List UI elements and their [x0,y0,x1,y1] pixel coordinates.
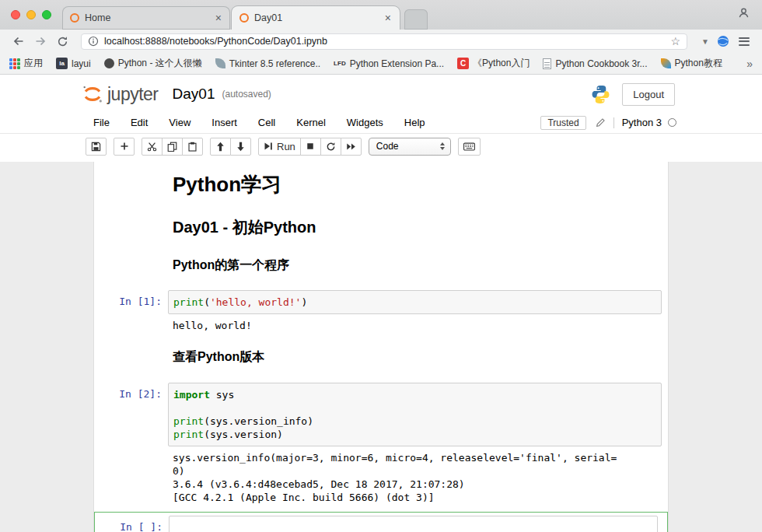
bookmark-star-icon[interactable]: ☆ [671,36,681,47]
apps-grid-icon [9,58,20,69]
copy-cell-button[interactable] [162,138,183,156]
browser-tab-home[interactable]: Home × [62,6,230,30]
heading-first-program: Python的第一个程序 [173,258,662,272]
run-button-label: Run [277,141,295,152]
markdown-cell-title[interactable]: Python学习 [94,168,668,202]
paste-cell-button[interactable] [182,138,203,156]
divider [613,117,614,128]
restart-run-all-button[interactable] [341,138,362,156]
jupyter-favicon-icon [70,13,79,23]
tab-strip: Home × Day01 × [62,0,428,30]
save-button[interactable] [86,138,107,156]
feather-favicon-icon [661,58,671,68]
menu-help[interactable]: Help [404,117,425,128]
zoom-window-button[interactable] [42,10,51,19]
markdown-cell-first-program[interactable]: Python的第一个程序 [94,253,668,278]
bookmark-python-blog[interactable]: Python - 这个人很懒 [104,57,202,70]
close-window-button[interactable] [11,10,20,19]
notebook-scroll-area[interactable]: Python学习 Day01 - 初始Python Python的第一个程序 I… [0,162,762,532]
tab-label: Home [85,12,213,23]
close-tab-icon[interactable]: × [213,12,224,24]
output-text: hello, world! [173,319,662,332]
tkinter-favicon-icon [215,58,225,68]
interrupt-kernel-button[interactable] [300,138,321,156]
url-input[interactable] [104,36,671,47]
window-controls [11,10,51,19]
move-cell-down-button[interactable] [230,138,251,156]
move-cell-up-button[interactable] [210,138,231,156]
markdown-cell-day01[interactable]: Day01 - 初始Python [94,213,668,242]
code-cell-empty-selected[interactable]: In [ ]: [94,512,668,532]
browser-navbar: ☆ ▼ [0,30,762,53]
page-info-icon[interactable] [88,36,99,47]
browser-tab-day01[interactable]: Day01 × [232,6,400,30]
downloads-chevron-icon[interactable]: ▼ [697,37,714,46]
blog-favicon-icon [104,58,114,68]
browser-titlebar: Home × Day01 × [0,0,762,30]
kernel-idle-indicator-icon [668,118,676,127]
lfd-favicon-icon: LFD [334,58,346,69]
kernel-name: Python 3 [622,117,662,128]
notebook-container: Python学习 Day01 - 初始Python Python的第一个程序 I… [93,162,669,532]
select-stepper-icon [440,142,445,150]
output-area-2: sys.version_info(major=3, minor=6, micro… [94,446,668,504]
python-logo-icon [590,84,611,105]
output-text: sys.version_info(major=3, minor=6, micro… [173,451,662,504]
layui-favicon-icon: la [56,58,68,69]
jupyter-favicon-icon [239,13,249,23]
menu-view[interactable]: View [169,117,190,128]
menu-kernel[interactable]: Kernel [296,117,326,128]
reload-icon[interactable] [53,32,72,51]
new-tab-button[interactable] [404,9,428,30]
notebook-title[interactable]: Day01 [173,86,215,103]
document-favicon-icon [543,58,551,69]
browser-menu-icon[interactable] [732,37,754,46]
code-input-area[interactable]: import sys print(sys.version_info)print(… [168,383,662,446]
minimize-window-button[interactable] [26,10,36,19]
menu-widgets[interactable]: Widgets [347,117,383,128]
jupyter-toolbar: Run Code [0,134,762,162]
screen: Home × Day01 × [0,0,762,532]
cell-type-select[interactable]: Code [369,138,451,156]
input-prompt: In [2]: [94,383,168,446]
jupyter-header: jupyter Day01 (autosaved) Logout [0,75,762,114]
globe-extension-icon[interactable] [717,35,729,47]
input-prompt: In [ ]: [95,516,169,532]
profile-icon[interactable] [738,7,750,22]
menu-insert[interactable]: Insert [211,117,237,128]
bookmark-tkinter-reference[interactable]: Tkinter 8.5 reference.. [215,58,320,69]
menu-cell[interactable]: Cell [258,117,275,128]
add-cell-button[interactable] [114,138,135,156]
restart-kernel-button[interactable] [320,138,341,156]
menu-edit[interactable]: Edit [131,117,148,128]
cell-type-value: Code [376,141,440,152]
bookmark-python-tutorial[interactable]: Python教程 [661,57,722,70]
autosave-status: (autosaved) [222,89,271,100]
close-tab-icon[interactable]: × [383,12,393,24]
code-cell-1[interactable]: In [1]: print('hello, world!') [94,290,668,314]
code-input-area[interactable]: print('hello, world!') [168,290,662,314]
run-cell-button[interactable]: Run [258,138,301,156]
notebook-status-area: Trusted Python 3 [540,116,676,130]
csdn-favicon-icon: C [457,58,469,69]
code-cell-2[interactable]: In [2]: import sys print(sys.version_inf… [94,383,668,446]
bookmark-python-extensions[interactable]: LFD Python Extension Pa... [334,58,444,69]
bookmark-python-cookbook[interactable]: Python Cookbook 3r... [543,58,647,69]
back-icon[interactable] [9,32,28,51]
trusted-badge[interactable]: Trusted [540,116,585,130]
cut-cell-button[interactable] [142,138,163,156]
command-palette-button[interactable] [458,138,481,156]
address-bar[interactable]: ☆ [81,33,687,50]
bookmarks-overflow-icon[interactable]: » [746,58,753,70]
menu-file[interactable]: File [93,117,110,128]
forward-icon[interactable] [31,32,50,51]
bookmark-python-intro[interactable]: C 《Python入门 [457,57,530,70]
code-input-area[interactable] [169,516,658,532]
bookmark-apps[interactable]: 应用 [9,57,43,70]
jupyter-wordmark: jupyter [107,84,159,105]
markdown-cell-check-version[interactable]: 查看Python版本 [94,345,668,369]
bookmark-layui[interactable]: la layui [56,58,91,69]
tab-label: Day01 [254,12,383,23]
logout-button[interactable]: Logout [622,83,675,106]
jupyter-logo[interactable]: jupyter [81,82,159,106]
